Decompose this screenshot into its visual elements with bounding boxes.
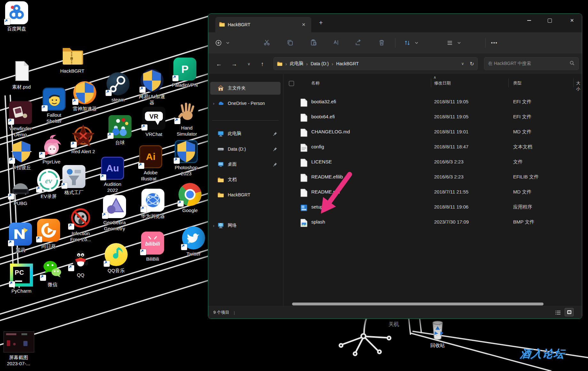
share-button[interactable]: [355, 32, 362, 53]
infection-free-zone-icon: [69, 206, 92, 229]
file-row-setup[interactable]: setup 2018/8/11 19:06 应用程序: [284, 200, 582, 215]
file-row-splash[interactable]: splash 2023/7/30 17:09 BMP 文件: [284, 215, 582, 230]
history-chevron-icon[interactable]: ∨: [244, 59, 254, 69]
file-row-README.efilib[interactable]: README.efilib 2016/6/3 2:23 EFILIB 文件: [284, 170, 582, 185]
shortcut-arrow-icon: [181, 244, 187, 250]
file-row-README.md[interactable]: README.md 2018/7/11 21:55 MD 文件: [284, 185, 582, 200]
desktop-icon-adobe-illustrator[interactable]: AiAdobeIllustrat...: [133, 145, 168, 182]
file-row-bootia32.efi[interactable]: bootia32.efi 2018/8/11 19:05 EFI 文件: [284, 95, 582, 110]
desktop-icon-red-alert-2[interactable]: Red Alert 2: [66, 124, 101, 154]
file-type: 应用程序: [513, 204, 532, 210]
desktop-icon-baidu-netdisk[interactable]: 百度网盘: [0, 1, 34, 32]
horizontal-scrollbar[interactable]: [292, 303, 544, 305]
status-bar: 9 个项目 |: [208, 306, 582, 319]
desktop-icon-paladin-vpn[interactable]: PPaladinVPN: [167, 58, 203, 88]
desktop-icon-bilibili[interactable]: bilibiliBiliBili: [135, 232, 170, 262]
file-row-bootx64.efi[interactable]: bootx64.efi 2018/8/11 19:05 EFI 文件: [284, 110, 582, 125]
breadcrumb[interactable]: ›此电脑›Data (D:)›HackBGRT∨↻: [274, 57, 478, 70]
desktop-icon-screenshot-file[interactable]: 屏幕截图2023-07-...: [0, 330, 39, 367]
desktop-icon-huawei-browser[interactable]: 华为浏览器: [135, 189, 171, 219]
status-divider: |: [234, 310, 235, 315]
column-date[interactable]: 修改日期: [434, 80, 451, 86]
more-options-button[interactable]: •••: [491, 32, 498, 53]
file-row-CHANGELOG.md[interactable]: CHANGELOG.md 2018/8/11 19:01 MD 文件: [284, 125, 582, 140]
sidebar-item-文档[interactable]: 文档: [210, 173, 281, 186]
desktop-icon-wechat[interactable]: 微信: [35, 257, 70, 288]
expander-chevron-icon[interactable]: ›: [210, 223, 217, 228]
recycle-bin-icon: [426, 318, 449, 341]
desktop-icon-billiards[interactable]: 台球: [102, 115, 138, 146]
desktop-icon-hand-simulator[interactable]: HandSimulator: [169, 100, 204, 137]
command-bar: •••: [208, 32, 582, 54]
desktop-icon-geogebra-geometry[interactable]: GeoGebraGeometry: [97, 195, 132, 232]
desktop-icon-netease-uu[interactable]: 网易UU加速器: [134, 69, 170, 106]
tab-close-icon[interactable]: ✕: [300, 21, 307, 28]
breadcrumb-item-0[interactable]: 此电脑: [290, 61, 303, 67]
desktop-icon-yixun[interactable]: 翼讯: [3, 223, 38, 253]
view-button[interactable]: [447, 32, 461, 53]
breadcrumb-item-2[interactable]: HackBGRT: [336, 61, 359, 66]
back-icon[interactable]: ←: [214, 59, 224, 69]
sidebar-item-desktop[interactable]: 桌面: [210, 158, 281, 171]
sidebar-item-drive[interactable]: Data (D:): [210, 143, 281, 155]
column-separator[interactable]: [573, 78, 574, 87]
kalabiqiu-icon: [10, 140, 33, 163]
file-row-LICENSE[interactable]: LICENSE 2016/6/3 2:23 文件: [284, 155, 582, 170]
desktop-icon-recycle-bin[interactable]: 回收站: [420, 318, 455, 348]
select-all-checkbox[interactable]: [289, 81, 294, 86]
desktop-icon-fallout-shelter[interactable]: FalloutShelter: [36, 88, 72, 124]
desktop-icon-sucai-psd[interactable]: 素材.psd: [4, 59, 39, 90]
refresh-icon[interactable]: ↻: [470, 61, 474, 67]
column-separator[interactable]: [431, 78, 431, 87]
forward-icon[interactable]: →: [229, 59, 239, 69]
desktop-icon-pycharm[interactable]: PCPyCharm: [4, 264, 39, 294]
desktop-icon-hackbgrt-zip[interactable]: HackBGRT: [55, 43, 90, 74]
sidebar-item-onedrive[interactable]: ›OneDrive - Person: [210, 97, 281, 110]
column-separator[interactable]: [508, 78, 509, 87]
paste-button[interactable]: [310, 32, 317, 53]
desktop-icon-steam[interactable]: steam: [100, 72, 136, 103]
close-button[interactable]: ✕: [562, 14, 582, 27]
desktop-icon-audition-2022[interactable]: AuAudition2022: [95, 157, 130, 193]
sidebar-item-HackBGRT[interactable]: HackBGRT: [210, 188, 281, 201]
file-row-config[interactable]: config 2018/8/11 18:47 文本文档: [284, 140, 582, 155]
column-size[interactable]: 大小: [576, 80, 582, 92]
thumbnail-view-button[interactable]: [565, 308, 574, 316]
file-name: config: [311, 144, 324, 149]
maximize-button[interactable]: [540, 14, 559, 27]
search-input[interactable]: 在 HackBGRT 中搜索: [484, 57, 579, 70]
desktop-icon-leishen[interactable]: 雷神加速器: [67, 81, 102, 112]
sidebar-item-pc[interactable]: 此电脑: [210, 127, 281, 140]
new-tab-button[interactable]: +: [316, 19, 325, 27]
tab-hackbgrt[interactable]: HackBGRT ✕: [215, 17, 311, 32]
sidebar-item-home[interactable]: 主文件夹: [210, 82, 281, 95]
desktop-icon-prprlive[interactable]: PrprLive: [34, 134, 69, 165]
cut-button[interactable]: [263, 32, 270, 53]
up-icon[interactable]: ↑: [258, 59, 267, 69]
desktop-icon-kalabiqiu[interactable]: 卡拉彼丘: [4, 140, 39, 170]
details-view-button[interactable]: [554, 309, 562, 316]
expander-chevron-icon[interactable]: ›: [210, 101, 217, 106]
desktop-icon-google-chrome[interactable]: Google: [172, 183, 208, 213]
desktop-icon-infection-free-zone[interactable]: InfectionFree Zo...: [63, 206, 98, 242]
desktop-icon-photoshop-2023[interactable]: PsPhotoshop2023: [169, 140, 204, 177]
address-chevron-icon[interactable]: ∨: [461, 61, 464, 66]
new-button[interactable]: [215, 32, 229, 53]
desktop-icon-qq-music[interactable]: QQ音乐: [99, 243, 134, 273]
column-type[interactable]: 类型: [513, 80, 521, 86]
delete-button[interactable]: [378, 32, 385, 53]
minimize-button[interactable]: [520, 14, 539, 27]
file-icon: [300, 204, 307, 212]
column-name[interactable]: 名称: [311, 80, 320, 86]
breadcrumb-item-1[interactable]: Data (D:): [311, 61, 329, 66]
sidebar-item-network[interactable]: ›网络: [210, 219, 281, 232]
xiangrikui-icon: [37, 219, 60, 242]
desktop-icon-pubg[interactable]: PUBG: [3, 176, 38, 206]
rename-button[interactable]: [332, 32, 339, 53]
sort-button[interactable]: [404, 32, 418, 53]
desktop-icon-vrchat[interactable]: VRVRChat: [136, 107, 171, 137]
desktop-icon-viewfinder-demo[interactable]: ViewfinderDemo: [3, 101, 38, 138]
desktop-icon-twitter[interactable]: Twitter: [176, 226, 211, 257]
desktop-icon-geshi-gongchang[interactable]: 格式工厂: [56, 165, 91, 195]
copy-button[interactable]: [287, 32, 294, 53]
